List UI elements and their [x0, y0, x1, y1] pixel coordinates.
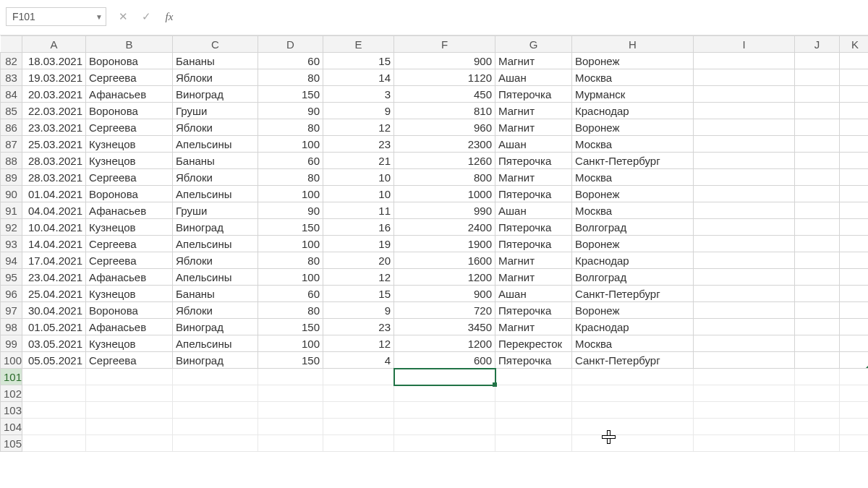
cell-J98[interactable]: [795, 319, 840, 335]
cell-D97[interactable]: 80: [258, 302, 323, 319]
fx-icon[interactable]: fx: [163, 10, 176, 23]
row-header-104[interactable]: 104: [1, 419, 22, 435]
cell-E84[interactable]: 3: [323, 86, 394, 103]
cell-E99[interactable]: 12: [323, 335, 394, 352]
cell-F88[interactable]: 1260: [394, 153, 495, 169]
cell-B93[interactable]: Сергеева: [86, 236, 173, 252]
cell-E91[interactable]: 11: [323, 202, 394, 219]
col-header-G[interactable]: G: [495, 36, 572, 53]
cell-K93[interactable]: [840, 236, 869, 252]
row-header-91[interactable]: 91: [1, 202, 22, 219]
col-header-E[interactable]: E: [323, 36, 394, 53]
cell-C105[interactable]: [173, 435, 258, 452]
cell-B82[interactable]: Воронова: [86, 53, 173, 69]
cell-E97[interactable]: 9: [323, 302, 394, 319]
cell-D91[interactable]: 90: [258, 202, 323, 219]
cell-K85[interactable]: [840, 103, 869, 119]
col-header-K[interactable]: K: [840, 36, 869, 53]
cell-D87[interactable]: 100: [258, 136, 323, 153]
chevron-down-icon[interactable]: ▼: [95, 13, 103, 21]
cell-J105[interactable]: [795, 435, 840, 452]
cell-D98[interactable]: 150: [258, 319, 323, 335]
cell-D84[interactable]: 150: [258, 86, 323, 103]
cell-J92[interactable]: [795, 219, 840, 236]
cell-A88[interactable]: 28.03.2021: [22, 153, 86, 169]
cell-K102[interactable]: [840, 385, 869, 402]
cell-I103[interactable]: [694, 402, 795, 419]
col-header-D[interactable]: D: [258, 36, 323, 53]
cell-A87[interactable]: 25.03.2021: [22, 136, 86, 153]
cell-H82[interactable]: Воронеж: [572, 53, 694, 69]
cell-E100[interactable]: 4: [323, 352, 394, 369]
cell-H103[interactable]: [572, 402, 694, 419]
cell-B104[interactable]: [86, 419, 173, 435]
cell-K95[interactable]: [840, 269, 869, 286]
cell-I82[interactable]: [694, 53, 795, 69]
col-header-F[interactable]: F: [394, 36, 495, 53]
cell-K87[interactable]: [840, 136, 869, 153]
cell-G103[interactable]: [495, 402, 572, 419]
cell-E102[interactable]: [323, 385, 394, 402]
cell-C90[interactable]: Апельсины: [173, 186, 258, 202]
cell-K104[interactable]: [840, 419, 869, 435]
cell-D89[interactable]: 80: [258, 169, 323, 186]
cell-G92[interactable]: Пятерочка: [495, 219, 572, 236]
cell-E95[interactable]: 12: [323, 269, 394, 286]
cell-H91[interactable]: Москва: [572, 202, 694, 219]
cell-J94[interactable]: [795, 252, 840, 269]
cell-A82[interactable]: 18.03.2021: [22, 53, 86, 69]
cell-B102[interactable]: [86, 385, 173, 402]
cell-F92[interactable]: 2400: [394, 219, 495, 236]
row-header-103[interactable]: 103: [1, 402, 22, 419]
cell-J87[interactable]: [795, 136, 840, 153]
cell-A105[interactable]: [22, 435, 86, 452]
cell-D104[interactable]: [258, 419, 323, 435]
cell-A101[interactable]: [22, 369, 86, 385]
cell-E92[interactable]: 16: [323, 219, 394, 236]
cell-G105[interactable]: [495, 435, 572, 452]
cell-F83[interactable]: 1120: [394, 69, 495, 86]
cell-D99[interactable]: 100: [258, 335, 323, 352]
cell-B100[interactable]: Сергеева: [86, 352, 173, 369]
cell-A83[interactable]: 19.03.2021: [22, 69, 86, 86]
cell-K97[interactable]: [840, 302, 869, 319]
cell-F105[interactable]: [394, 435, 495, 452]
cell-J101[interactable]: [795, 369, 840, 385]
cell-G97[interactable]: Пятерочка: [495, 302, 572, 319]
cell-K92[interactable]: [840, 219, 869, 236]
cell-G89[interactable]: Магнит: [495, 169, 572, 186]
cell-F85[interactable]: 810: [394, 103, 495, 119]
cell-C100[interactable]: Виноград: [173, 352, 258, 369]
cell-C84[interactable]: Виноград: [173, 86, 258, 103]
cell-E94[interactable]: 20: [323, 252, 394, 269]
cell-D86[interactable]: 80: [258, 119, 323, 136]
cell-J89[interactable]: [795, 169, 840, 186]
row-header-87[interactable]: 87: [1, 136, 22, 153]
cell-C91[interactable]: Груши: [173, 202, 258, 219]
cell-I104[interactable]: [694, 419, 795, 435]
cell-H93[interactable]: Воронеж: [572, 236, 694, 252]
cell-K94[interactable]: [840, 252, 869, 269]
cell-H90[interactable]: Воронеж: [572, 186, 694, 202]
row-header-92[interactable]: 92: [1, 219, 22, 236]
cell-J88[interactable]: [795, 153, 840, 169]
cell-I95[interactable]: [694, 269, 795, 286]
cell-I96[interactable]: [694, 286, 795, 302]
cell-E82[interactable]: 15: [323, 53, 394, 69]
select-all-corner[interactable]: [1, 36, 22, 53]
cell-F101[interactable]: [394, 369, 495, 385]
cell-K105[interactable]: [840, 435, 869, 452]
cell-K84[interactable]: [840, 86, 869, 103]
col-header-C[interactable]: C: [173, 36, 258, 53]
cell-D83[interactable]: 80: [258, 69, 323, 86]
cell-A100[interactable]: 05.05.2021: [22, 352, 86, 369]
cell-D82[interactable]: 60: [258, 53, 323, 69]
cell-C101[interactable]: [173, 369, 258, 385]
cell-B95[interactable]: Афанасьев: [86, 269, 173, 286]
row-header-90[interactable]: 90: [1, 186, 22, 202]
cell-J104[interactable]: [795, 419, 840, 435]
cell-F100[interactable]: 600: [394, 352, 495, 369]
cell-J95[interactable]: [795, 269, 840, 286]
cell-B91[interactable]: Афанасьев: [86, 202, 173, 219]
cell-D93[interactable]: 100: [258, 236, 323, 252]
